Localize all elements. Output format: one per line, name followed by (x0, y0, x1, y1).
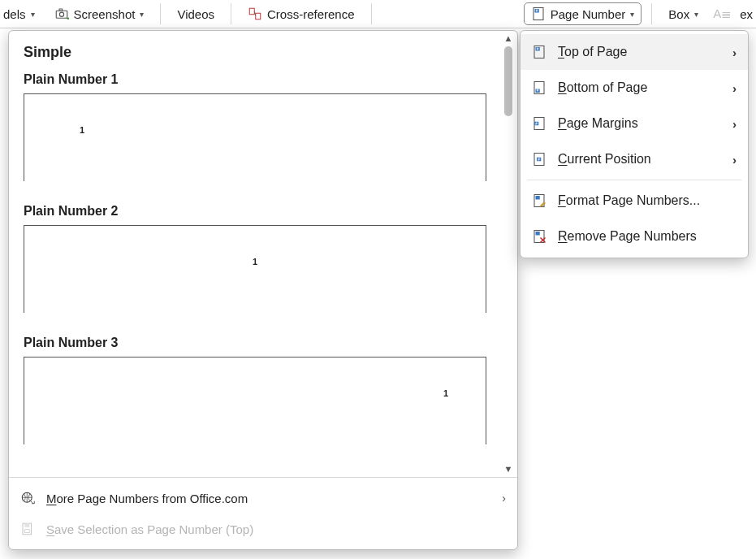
models-button-partial[interactable]: dels ▾ (3, 2, 41, 25)
gallery-item-title: Plain Number 1 (24, 72, 499, 87)
screenshot-label: Screenshot (74, 7, 136, 21)
right-partial: ex (740, 2, 753, 25)
svg-rect-2 (59, 9, 63, 11)
dropcap-button-disabled: A≣ (711, 2, 733, 25)
videos-label: Videos (177, 7, 214, 21)
page-number-button[interactable]: # Page Number ▾ (524, 2, 642, 25)
dropcap-icon: A≣ (713, 6, 732, 21)
page-bottom-icon: # (532, 80, 546, 95)
svg-rect-10 (24, 523, 29, 527)
models-label: dels (3, 7, 26, 21)
gallery-scroll-area: Simple Plain Number 1 1 Plain Number 2 1… (9, 31, 517, 477)
box-label: Box (668, 7, 689, 21)
save-icon (20, 522, 35, 536)
menu-page-margins[interactable]: # Page Margins › (521, 106, 748, 141)
menu-top-of-page[interactable]: # Top of Page › (521, 34, 748, 70)
remove-icon (532, 229, 546, 244)
menu-label: Page Margins (558, 116, 721, 131)
page-number-icon: # (531, 6, 546, 21)
gallery-section-heading: Simple (24, 44, 499, 61)
svg-rect-3 (249, 8, 254, 15)
page-number-gallery: Simple Plain Number 1 1 Plain Number 2 1… (8, 30, 518, 550)
scroll-track[interactable] (504, 45, 512, 463)
separator (651, 3, 652, 24)
page-number-dropdown: # Top of Page › # Bottom of Page › # Pag… (520, 30, 749, 258)
menu-current-position[interactable]: # Current Position › (521, 141, 748, 177)
cross-reference-label: Cross-reference (267, 7, 355, 21)
svg-rect-25 (536, 196, 540, 200)
separator (160, 3, 161, 24)
videos-button[interactable]: Videos (171, 2, 221, 25)
format-icon (532, 193, 546, 208)
scroll-thumb[interactable] (504, 46, 512, 116)
chevron-down-icon: ▾ (31, 10, 35, 19)
camera-icon (54, 6, 69, 21)
right-partial-label: ex (740, 7, 753, 21)
chevron-down-icon: ▾ (694, 10, 698, 19)
menu-remove-page-numbers[interactable]: Remove Page Numbers (521, 219, 748, 254)
preview-number: 1 (443, 388, 448, 398)
gallery-item-preview-plain-1[interactable]: 1 (24, 93, 486, 181)
svg-rect-11 (24, 530, 29, 533)
chevron-down-icon: ▾ (140, 10, 144, 19)
preview-number: 1 (80, 125, 84, 135)
chevron-right-icon: › (732, 81, 737, 95)
page-margins-icon: # (532, 116, 546, 131)
page-top-icon: # (532, 45, 546, 59)
ribbon-toolbar: dels ▾ Screenshot ▾ Videos Cross-referen… (0, 0, 756, 28)
menu-label: Remove Page Numbers (558, 229, 737, 244)
gallery-item-preview-plain-3[interactable]: 1 (24, 357, 486, 444)
menu-format-page-numbers[interactable]: Format Page Numbers... (521, 183, 748, 219)
chevron-right-icon: › (732, 46, 737, 59)
separator (371, 3, 372, 24)
svg-point-1 (59, 12, 63, 16)
page-current-icon: # (532, 152, 546, 167)
menu-label: Top of Page (558, 45, 721, 59)
gallery-item-title: Plain Number 2 (24, 204, 499, 219)
menu-divider (527, 180, 741, 180)
scroll-up-icon[interactable]: ▲ (504, 32, 513, 45)
scrollbar[interactable]: ▲ ▼ (501, 32, 516, 475)
menu-label: Bottom of Page (558, 80, 721, 95)
more-page-numbers-label: More Page Numbers from Office.com (46, 492, 490, 505)
menu-label: Current Position (558, 152, 721, 167)
gallery-item-preview-plain-2[interactable]: 1 (24, 225, 486, 313)
chevron-right-icon: › (502, 492, 506, 505)
scroll-down-icon[interactable]: ▼ (504, 463, 513, 475)
svg-rect-27 (536, 232, 540, 236)
chevron-right-icon: › (732, 153, 737, 167)
separator (231, 3, 231, 24)
box-button[interactable]: Box ▾ (662, 2, 705, 25)
save-selection-label: Save Selection as Page Number (Top) (46, 522, 506, 536)
more-page-numbers-row[interactable]: More Page Numbers from Office.com › (9, 483, 517, 514)
page-number-label: Page Number (551, 7, 626, 21)
menu-label: Format Page Numbers... (558, 193, 737, 208)
save-selection-row: Save Selection as Page Number (Top) (9, 514, 517, 544)
gallery-item-title: Plain Number 3 (24, 336, 499, 350)
menu-bottom-of-page[interactable]: # Bottom of Page › (521, 70, 748, 106)
cross-reference-icon (248, 6, 262, 21)
cross-reference-button[interactable]: Cross-reference (241, 2, 361, 25)
globe-icon (20, 491, 35, 505)
svg-rect-4 (256, 13, 261, 20)
screenshot-button[interactable]: Screenshot ▾ (48, 2, 151, 25)
chevron-down-icon: ▾ (630, 10, 634, 19)
chevron-right-icon: › (732, 117, 737, 131)
gallery-footer: More Page Numbers from Office.com › Save… (9, 477, 517, 549)
preview-number: 1 (253, 257, 257, 266)
